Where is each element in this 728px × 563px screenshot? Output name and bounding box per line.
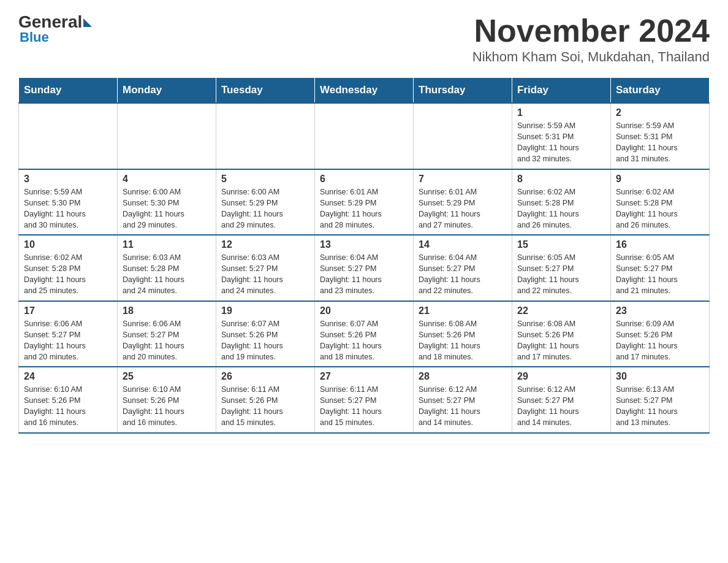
day-info: Sunrise: 6:13 AMSunset: 5:27 PMDaylight:…: [616, 384, 704, 429]
day-number: 18: [123, 305, 211, 316]
calendar-cell: 27Sunrise: 6:11 AMSunset: 5:27 PMDayligh…: [315, 367, 414, 433]
day-info: Sunrise: 6:03 AMSunset: 5:28 PMDaylight:…: [123, 252, 211, 297]
day-info: Sunrise: 6:01 AMSunset: 5:29 PMDaylight:…: [419, 186, 507, 231]
calendar-cell: 18Sunrise: 6:06 AMSunset: 5:27 PMDayligh…: [118, 301, 216, 367]
calendar-cell: [216, 103, 315, 169]
calendar-cell: 10Sunrise: 6:02 AMSunset: 5:28 PMDayligh…: [19, 235, 118, 301]
col-thursday: Thursday: [414, 78, 512, 104]
calendar-table: Sunday Monday Tuesday Wednesday Thursday…: [18, 77, 710, 434]
day-info: Sunrise: 6:02 AMSunset: 5:28 PMDaylight:…: [24, 252, 112, 297]
calendar-cell: 21Sunrise: 6:08 AMSunset: 5:26 PMDayligh…: [414, 301, 512, 367]
day-number: 23: [616, 305, 704, 316]
calendar-cell: [19, 103, 118, 169]
col-wednesday: Wednesday: [315, 78, 414, 104]
day-number: 6: [320, 174, 408, 185]
day-info: Sunrise: 5:59 AMSunset: 5:30 PMDaylight:…: [24, 186, 112, 231]
day-info: Sunrise: 6:12 AMSunset: 5:27 PMDaylight:…: [517, 384, 605, 429]
calendar-cell: [414, 103, 512, 169]
col-sunday: Sunday: [19, 78, 118, 104]
col-monday: Monday: [118, 78, 216, 104]
month-title: November 2024: [472, 12, 710, 49]
day-info: Sunrise: 5:59 AMSunset: 5:31 PMDaylight:…: [517, 120, 605, 165]
day-number: 22: [517, 305, 605, 316]
day-number: 26: [221, 371, 309, 382]
day-info: Sunrise: 6:04 AMSunset: 5:27 PMDaylight:…: [419, 252, 507, 297]
day-number: 8: [517, 174, 605, 185]
day-number: 1: [517, 107, 605, 118]
calendar-week-3: 17Sunrise: 6:06 AMSunset: 5:27 PMDayligh…: [19, 301, 710, 367]
calendar-cell: 17Sunrise: 6:06 AMSunset: 5:27 PMDayligh…: [19, 301, 118, 367]
logo: General Blue: [18, 12, 92, 45]
logo-arrow-icon: [83, 18, 92, 27]
calendar-cell: 14Sunrise: 6:04 AMSunset: 5:27 PMDayligh…: [414, 235, 512, 301]
calendar-cell: 26Sunrise: 6:11 AMSunset: 5:26 PMDayligh…: [216, 367, 315, 433]
calendar-cell: 19Sunrise: 6:07 AMSunset: 5:26 PMDayligh…: [216, 301, 315, 367]
day-info: Sunrise: 6:05 AMSunset: 5:27 PMDaylight:…: [517, 252, 605, 297]
calendar-header: Sunday Monday Tuesday Wednesday Thursday…: [19, 78, 710, 104]
col-saturday: Saturday: [611, 78, 710, 104]
day-info: Sunrise: 6:01 AMSunset: 5:29 PMDaylight:…: [320, 186, 408, 231]
calendar-cell: 15Sunrise: 6:05 AMSunset: 5:27 PMDayligh…: [512, 235, 611, 301]
day-info: Sunrise: 6:08 AMSunset: 5:26 PMDaylight:…: [517, 318, 605, 363]
day-number: 19: [221, 305, 309, 316]
calendar-cell: 20Sunrise: 6:07 AMSunset: 5:26 PMDayligh…: [315, 301, 414, 367]
calendar-cell: 16Sunrise: 6:05 AMSunset: 5:27 PMDayligh…: [611, 235, 710, 301]
day-number: 4: [123, 174, 211, 185]
day-number: 29: [517, 371, 605, 382]
calendar-cell: 11Sunrise: 6:03 AMSunset: 5:28 PMDayligh…: [118, 235, 216, 301]
day-number: 30: [616, 371, 704, 382]
day-info: Sunrise: 6:09 AMSunset: 5:26 PMDaylight:…: [616, 318, 704, 363]
location-title: Nikhom Kham Soi, Mukdahan, Thailand: [472, 49, 710, 65]
day-info: Sunrise: 6:11 AMSunset: 5:27 PMDaylight:…: [320, 384, 408, 429]
calendar-cell: 7Sunrise: 6:01 AMSunset: 5:29 PMDaylight…: [414, 169, 512, 236]
day-number: 14: [419, 239, 507, 250]
day-number: 21: [419, 305, 507, 316]
day-number: 11: [123, 239, 211, 250]
day-number: 17: [24, 305, 112, 316]
calendar-body: 1Sunrise: 5:59 AMSunset: 5:31 PMDaylight…: [19, 103, 710, 433]
day-number: 2: [616, 107, 704, 118]
day-info: Sunrise: 6:07 AMSunset: 5:26 PMDaylight:…: [320, 318, 408, 363]
day-number: 7: [419, 174, 507, 185]
calendar-cell: 12Sunrise: 6:03 AMSunset: 5:27 PMDayligh…: [216, 235, 315, 301]
day-info: Sunrise: 6:10 AMSunset: 5:26 PMDaylight:…: [123, 384, 211, 429]
calendar-cell: 4Sunrise: 6:00 AMSunset: 5:30 PMDaylight…: [118, 169, 216, 236]
day-number: 5: [221, 174, 309, 185]
col-tuesday: Tuesday: [216, 78, 315, 104]
day-number: 27: [320, 371, 408, 382]
calendar-cell: 5Sunrise: 6:00 AMSunset: 5:29 PMDaylight…: [216, 169, 315, 236]
calendar-cell: 8Sunrise: 6:02 AMSunset: 5:28 PMDaylight…: [512, 169, 611, 236]
calendar-cell: 24Sunrise: 6:10 AMSunset: 5:26 PMDayligh…: [19, 367, 118, 433]
calendar-cell: 29Sunrise: 6:12 AMSunset: 5:27 PMDayligh…: [512, 367, 611, 433]
calendar-cell: 30Sunrise: 6:13 AMSunset: 5:27 PMDayligh…: [611, 367, 710, 433]
day-info: Sunrise: 6:07 AMSunset: 5:26 PMDaylight:…: [221, 318, 309, 363]
calendar-cell: 9Sunrise: 6:02 AMSunset: 5:28 PMDaylight…: [611, 169, 710, 236]
day-number: 9: [616, 174, 704, 185]
day-info: Sunrise: 6:02 AMSunset: 5:28 PMDaylight:…: [616, 186, 704, 231]
day-info: Sunrise: 6:12 AMSunset: 5:27 PMDaylight:…: [419, 384, 507, 429]
calendar-cell: 3Sunrise: 5:59 AMSunset: 5:30 PMDaylight…: [19, 169, 118, 236]
day-info: Sunrise: 5:59 AMSunset: 5:31 PMDaylight:…: [616, 120, 704, 165]
logo-blue: Blue: [20, 29, 49, 45]
title-section: November 2024 Nikhom Kham Soi, Mukdahan,…: [472, 12, 710, 65]
day-info: Sunrise: 6:08 AMSunset: 5:26 PMDaylight:…: [419, 318, 507, 363]
day-info: Sunrise: 6:06 AMSunset: 5:27 PMDaylight:…: [123, 318, 211, 363]
day-number: 3: [24, 174, 112, 185]
day-number: 16: [616, 239, 704, 250]
day-info: Sunrise: 6:02 AMSunset: 5:28 PMDaylight:…: [517, 186, 605, 231]
col-friday: Friday: [512, 78, 611, 104]
calendar-cell: 13Sunrise: 6:04 AMSunset: 5:27 PMDayligh…: [315, 235, 414, 301]
calendar-cell: 23Sunrise: 6:09 AMSunset: 5:26 PMDayligh…: [611, 301, 710, 367]
calendar-cell: 22Sunrise: 6:08 AMSunset: 5:26 PMDayligh…: [512, 301, 611, 367]
calendar-cell: [118, 103, 216, 169]
calendar-cell: 1Sunrise: 5:59 AMSunset: 5:31 PMDaylight…: [512, 103, 611, 169]
day-number: 20: [320, 305, 408, 316]
calendar-week-1: 3Sunrise: 5:59 AMSunset: 5:30 PMDaylight…: [19, 169, 710, 236]
day-number: 25: [123, 371, 211, 382]
calendar-cell: 28Sunrise: 6:12 AMSunset: 5:27 PMDayligh…: [414, 367, 512, 433]
day-info: Sunrise: 6:03 AMSunset: 5:27 PMDaylight:…: [221, 252, 309, 297]
day-info: Sunrise: 6:11 AMSunset: 5:26 PMDaylight:…: [221, 384, 309, 429]
calendar-cell: 2Sunrise: 5:59 AMSunset: 5:31 PMDaylight…: [611, 103, 710, 169]
day-info: Sunrise: 6:00 AMSunset: 5:30 PMDaylight:…: [123, 186, 211, 231]
day-info: Sunrise: 6:05 AMSunset: 5:27 PMDaylight:…: [616, 252, 704, 297]
